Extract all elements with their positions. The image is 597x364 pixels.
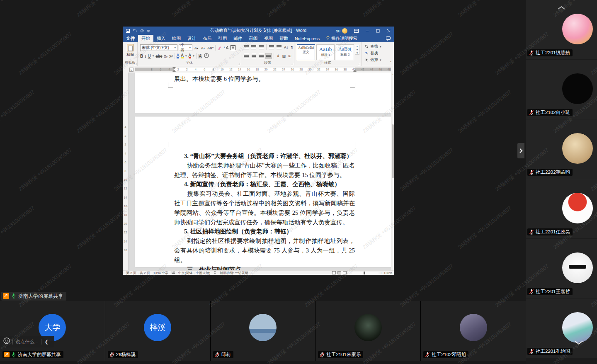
video-tile-社工2102何小琏[interactable]: 社工2102何小琏: [526, 60, 597, 119]
font-name-combobox[interactable]: 宋体 (中文正文)▾: [140, 44, 177, 51]
align-left-icon[interactable]: [244, 54, 249, 58]
zoom-in-icon[interactable]: +: [380, 271, 382, 275]
word-count[interactable]: 1394 个字: [153, 271, 168, 275]
increase-indent-icon[interactable]: [277, 45, 282, 49]
web-layout-icon[interactable]: [343, 271, 347, 274]
save-icon[interactable]: [126, 29, 130, 33]
print-layout-icon[interactable]: [337, 271, 341, 274]
account-name[interactable]: yu: [336, 29, 340, 33]
align-center-icon[interactable]: [252, 54, 256, 58]
video-tile-26杨梓溪[interactable]: 梓溪26杨梓溪: [105, 301, 210, 361]
video-tile-社工2202鞠孟昀[interactable]: 社工2202鞠孟昀: [526, 119, 597, 179]
video-tile-社工2201王嘉哲[interactable]: 社工2201王嘉哲: [526, 239, 597, 298]
document-page-1[interactable]: 展出。本模块需要 6 位同学参与。: [135, 73, 391, 113]
scrollbar-thumb[interactable]: [392, 124, 394, 178]
sort-icon[interactable]: A↓: [284, 45, 289, 49]
account-avatar[interactable]: [342, 28, 347, 34]
scroll-participants-up-icon[interactable]: [526, 4, 597, 12]
document-canvas[interactable]: 422468101214161820222426 展出。本模块需要 6 位同学参…: [123, 73, 394, 270]
ribbon-tab-文件[interactable]: 文件: [123, 35, 138, 42]
show-marks-icon[interactable]: ¶: [291, 45, 293, 49]
styles-dialog-launcher-icon[interactable]: [358, 63, 360, 65]
ribbon-tab-帮助[interactable]: 帮助: [276, 35, 291, 42]
video-tile-邱莉[interactable]: 邱莉: [211, 301, 315, 361]
document-page-2[interactable]: 3. “青山杯”大赛会务组（负责老师：许淑华、杜以芬、郭淑蓉）协助会务组老师处理…: [135, 116, 391, 267]
video-tile-社工2201任政昊[interactable]: 社工2201任政昊: [526, 179, 597, 238]
maximize-button[interactable]: [372, 27, 383, 35]
highlight-color-icon[interactable]: A: [181, 53, 184, 58]
numbering-icon[interactable]: [251, 45, 256, 49]
style-card-正文[interactable]: AaBbCcDd正文: [297, 44, 315, 60]
close-button[interactable]: [383, 27, 394, 35]
shading-icon[interactable]: ▨: [282, 54, 286, 58]
ribbon-tab-绘图[interactable]: 绘图: [169, 35, 184, 42]
first-line-indent-marker[interactable]: [172, 67, 176, 69]
style-card-标题 1[interactable]: AaBb标题 1: [316, 44, 335, 60]
find-button[interactable]: 查找▾: [365, 44, 381, 49]
italic-button[interactable]: I: [145, 54, 146, 58]
strikethrough-button[interactable]: abc: [155, 54, 162, 58]
paste-button[interactable]: 粘贴: [125, 44, 136, 57]
collapse-ribbon-icon[interactable]: ⌃: [389, 61, 392, 65]
video-tile-社工2101米家乐[interactable]: 社工2101米家乐: [315, 301, 420, 361]
language-indicator[interactable]: 中文(简体，中国大陆): [178, 271, 210, 275]
video-tile-社工2201孔治国[interactable]: 社工2201孔治国: [526, 298, 597, 358]
chat-input-bar[interactable]: 说点什么... ❮: [0, 336, 54, 347]
video-tile-济南大学的屏幕共享[interactable]: 大学济南大学的屏幕共享: [0, 301, 105, 361]
ribbon-tab-开始[interactable]: 开始: [138, 35, 153, 42]
zoom-out-icon[interactable]: −: [348, 271, 350, 275]
ribbon-tab-引用[interactable]: 引用: [215, 35, 230, 42]
line-spacing-icon[interactable]: ⇕: [277, 54, 280, 58]
comments-icon[interactable]: [383, 35, 394, 42]
page-indicator[interactable]: 第 2 页，共 2 页: [126, 271, 150, 275]
vertical-ruler[interactable]: 422468101214161820222426: [123, 73, 129, 270]
customize-quick-access-icon[interactable]: [147, 29, 150, 32]
video-tile-社工2102邓绍旭[interactable]: 社工2102邓绍旭: [421, 301, 526, 361]
select-button[interactable]: 选择▾: [365, 57, 381, 63]
redo-icon[interactable]: [140, 29, 144, 33]
enclose-characters-icon[interactable]: [204, 53, 209, 59]
tell-me-search[interactable]: 操作说明搜索: [323, 35, 361, 42]
style-card-标题 2[interactable]: AaBb(标题 2: [336, 44, 354, 60]
undo-icon[interactable]: [133, 29, 137, 33]
ribbon-tab-插入[interactable]: 插入: [153, 35, 169, 42]
ribbon-tab-邮件[interactable]: 邮件: [230, 35, 245, 42]
grow-font-button[interactable]: A▴: [194, 45, 199, 51]
accessibility-status[interactable]: 辅助功能: 一切就绪: [220, 271, 248, 275]
ribbon-tab-布局[interactable]: 布局: [199, 35, 215, 42]
subscript-button[interactable]: x₂: [164, 54, 167, 58]
text-effects-icon[interactable]: A: [177, 53, 180, 58]
phonetic-guide-icon[interactable]: [223, 45, 229, 51]
bold-button[interactable]: B: [140, 54, 143, 58]
hanging-indent-marker[interactable]: [172, 70, 176, 72]
scroll-participants-down-icon[interactable]: [573, 339, 584, 347]
zoom-slider-thumb[interactable]: [364, 272, 365, 274]
character-shading-icon[interactable]: A: [198, 54, 203, 58]
superscript-button[interactable]: x²: [169, 54, 172, 58]
font-dialog-launcher-icon[interactable]: [238, 63, 240, 65]
ribbon-tab-审阅[interactable]: 审阅: [245, 35, 261, 42]
minimize-button[interactable]: [362, 27, 372, 35]
right-indent-marker[interactable]: [353, 70, 357, 72]
ribbon-tab-NoteExpress[interactable]: NoteExpress: [291, 35, 323, 42]
decrease-indent-icon[interactable]: [269, 45, 274, 49]
ribbon-display-options-icon[interactable]: [351, 27, 362, 35]
underline-button[interactable]: U: [148, 54, 151, 58]
justify-icon[interactable]: [266, 54, 271, 58]
paragraph-dialog-launcher-icon[interactable]: [291, 63, 293, 65]
font-color-icon[interactable]: A: [189, 53, 192, 58]
multilevel-list-icon[interactable]: [259, 45, 264, 49]
horizontal-ruler[interactable]: L 86422468101214161820222426283032343638…: [129, 66, 394, 73]
align-right-icon[interactable]: [259, 54, 264, 58]
read-mode-icon[interactable]: [332, 271, 336, 274]
styles-gallery-scroll[interactable]: ▲▼▼: [355, 45, 359, 55]
zoom-slider[interactable]: [352, 273, 379, 273]
spellcheck-icon[interactable]: [172, 271, 175, 275]
clear-formatting-icon[interactable]: [217, 45, 222, 51]
borders-icon[interactable]: ⊞: [288, 54, 291, 58]
chat-placeholder[interactable]: 说点什么...: [13, 339, 41, 345]
character-border-icon[interactable]: [230, 45, 236, 51]
font-size-combobox[interactable]: 小四▾: [179, 44, 192, 51]
scroll-up-icon[interactable]: ▲: [391, 73, 394, 75]
chat-collapse-icon[interactable]: ❮: [41, 339, 52, 345]
